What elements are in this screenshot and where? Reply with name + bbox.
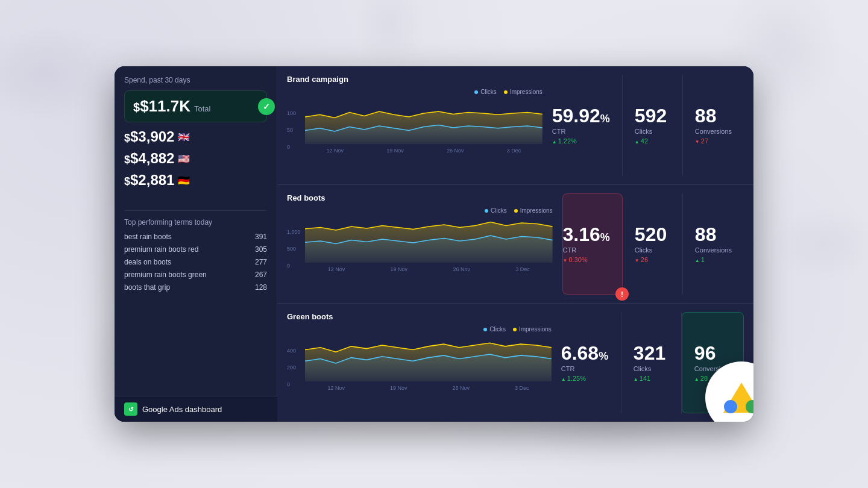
ctr-arrow xyxy=(552,137,557,145)
y-labels-brand: 100500 xyxy=(287,111,296,150)
clicks-dot xyxy=(485,209,488,213)
x-label: 19 Nov xyxy=(390,385,407,391)
campaign-stats-brand: 59.92% CTR 1.22% 592 Clicks 42 88 Conver… xyxy=(552,75,744,176)
campaign-section-red: Red boots Clicks Impressions 1,0005000 xyxy=(277,185,753,304)
footer-text: Google Ads dashboard xyxy=(142,405,222,414)
spend-total-amount: $$11.7K xyxy=(133,97,190,116)
clicks-change: 26 xyxy=(635,256,670,263)
stat-clicks-green: 321 Clicks 141 xyxy=(621,312,682,413)
legend-impressions: Impressions xyxy=(514,207,553,214)
y-label: 400 xyxy=(287,348,296,354)
term-count: 277 xyxy=(255,258,267,266)
alert-badge-red: ! xyxy=(615,287,629,301)
ctr-value: 3.16% xyxy=(563,225,610,244)
campaign-name-brand: Brand campaign xyxy=(287,75,542,84)
campaign-stats-red: 3.16% CTR 0.30% ! 520 Clicks 26 88 Conve… xyxy=(562,193,744,295)
campaign-left-green: Green boots Clicks Impressions 4002000 xyxy=(287,312,552,413)
clicks-label: Clicks xyxy=(635,128,670,135)
term-count: 267 xyxy=(255,271,267,279)
x-label: 3 Dec xyxy=(515,385,529,391)
x-label: 19 Nov xyxy=(386,148,404,154)
stat-ctr-red: 3.16% CTR 0.30% ! xyxy=(562,193,623,295)
spend-row-3: $$2,881 🇩🇪 xyxy=(124,172,267,189)
term-name: premium rain boots green xyxy=(124,271,207,279)
clicks-dot xyxy=(474,90,478,94)
chart-wrapper-green: 4002000 xyxy=(287,336,552,391)
impressions-dot xyxy=(504,90,508,94)
stat-clicks-brand: 592 Clicks 42 xyxy=(623,75,683,176)
spend-row-2: $$4,882 🇺🇸 xyxy=(124,150,267,167)
campaign-left-brand: Brand campaign Clicks Impressions 100500 xyxy=(287,75,542,176)
x-label: 26 Nov xyxy=(452,385,470,391)
ctr-label: CTR xyxy=(552,128,610,135)
x-label: 12 Nov xyxy=(328,266,345,272)
spend-title: Spend, past 30 days xyxy=(124,76,267,84)
stat-clicks-red: 520 Clicks 26 xyxy=(623,193,683,295)
y-labels-green: 4002000 xyxy=(287,348,296,387)
chart-svg-red xyxy=(305,217,553,263)
y-labels-red: 1,0005000 xyxy=(287,230,301,269)
conv-change: 1 xyxy=(695,256,732,263)
axis-labels-red: 12 Nov19 Nov26 Nov3 Dec xyxy=(305,266,553,272)
term-row: deals on boots 277 xyxy=(124,258,267,266)
term-rows: best rain boots 391 premium rain boots r… xyxy=(124,233,267,292)
legend-impressions: Impressions xyxy=(504,89,542,95)
conv-arrow xyxy=(695,137,700,145)
clicks-value: 592 xyxy=(635,106,670,125)
x-label: 3 Dec xyxy=(515,266,530,272)
conv-arrow xyxy=(694,375,699,382)
left-panel: Spend, past 30 days $$11.7K Total $$3,90… xyxy=(115,66,277,422)
flag-uk: 🇬🇧 xyxy=(178,131,190,143)
term-name: best rain boots xyxy=(124,233,172,241)
clicks-label: Clicks xyxy=(635,246,670,254)
flag-de: 🇩🇪 xyxy=(178,175,190,186)
conv-label: Conversions xyxy=(695,246,732,254)
clicks-arrow xyxy=(635,137,640,145)
stat-conversions-red: 88 Conversions 1 xyxy=(683,193,744,295)
right-panel: Brand campaign Clicks Impressions 100500 xyxy=(277,66,753,422)
y-label: 1,000 xyxy=(287,230,301,235)
term-count: 305 xyxy=(255,245,267,254)
term-name: premium rain boots red xyxy=(124,245,198,254)
chart-svg-green xyxy=(305,336,552,381)
conv-change: 27 xyxy=(695,137,732,145)
check-icon xyxy=(258,98,275,115)
impressions-dot xyxy=(513,328,517,331)
chart-wrapper-brand: 100500 xyxy=(287,99,542,154)
y-label: 500 xyxy=(287,246,301,252)
ctr-value: 59.92% xyxy=(552,106,610,125)
term-count: 128 xyxy=(255,283,267,292)
campaign-left-red: Red boots Clicks Impressions 1,0005000 xyxy=(287,193,553,295)
conv-value: 88 xyxy=(695,225,732,244)
ctr-arrow xyxy=(561,375,566,382)
clicks-value: 520 xyxy=(635,225,670,244)
ctr-change: 1.22% xyxy=(552,137,610,145)
y-label: 0 xyxy=(287,145,296,150)
legend-clicks: Clicks xyxy=(474,89,497,95)
term-row: premium rain boots green 267 xyxy=(124,271,267,279)
campaign-name-green: Green boots xyxy=(287,312,552,321)
campaign-section-brand: Brand campaign Clicks Impressions 100500 xyxy=(277,66,753,185)
axis-labels-green: 12 Nov19 Nov26 Nov3 Dec xyxy=(305,385,552,391)
x-label: 3 Dec xyxy=(507,148,521,154)
campaign-section-green: Green boots Clicks Impressions 4002000 xyxy=(277,304,753,422)
x-label: 26 Nov xyxy=(453,266,470,272)
ctr-change: 0.30% xyxy=(563,256,610,263)
clicks-value: 321 xyxy=(634,343,669,363)
spend-section: Spend, past 30 days $$11.7K Total $$3,90… xyxy=(124,76,267,193)
term-count: 391 xyxy=(255,233,267,241)
clicks-dot xyxy=(483,328,487,331)
ctr-label: CTR xyxy=(561,365,609,372)
x-label: 12 Nov xyxy=(327,385,345,391)
x-label: 26 Nov xyxy=(447,148,464,154)
divider xyxy=(124,210,267,211)
clicks-arrow xyxy=(634,375,638,382)
clicks-change: 141 xyxy=(634,375,669,382)
chart-legend-brand: Clicks Impressions xyxy=(287,89,542,95)
conv-label: Conversions xyxy=(695,128,732,135)
top-terms-title: Top performing terms today xyxy=(124,218,267,227)
clicks-label: Clicks xyxy=(634,365,669,372)
conv-value: 88 xyxy=(695,106,732,125)
spend-total-label: Total xyxy=(194,104,210,113)
campaign-name-red: Red boots xyxy=(287,193,553,202)
